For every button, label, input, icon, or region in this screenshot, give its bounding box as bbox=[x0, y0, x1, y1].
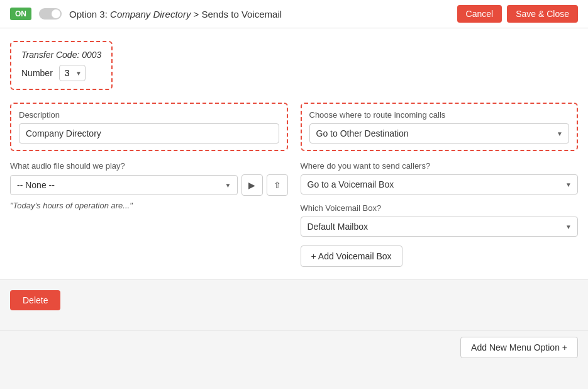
voicemail-label: Which Voicemail Box? bbox=[301, 203, 579, 213]
header-actions: Cancel Save & Close bbox=[457, 5, 578, 23]
toggle-on-label[interactable]: ON bbox=[10, 8, 31, 20]
header-title-italic: Company Directory bbox=[110, 9, 191, 20]
header-title: Option 3: Company Directory > Sends to V… bbox=[69, 9, 450, 20]
transfer-code: Transfer Code: 0003 bbox=[21, 50, 101, 60]
transfer-code-label: Transfer Code: bbox=[21, 50, 79, 60]
route-select-wrapper: Go to Other Destination Forward to Exter… bbox=[309, 123, 570, 144]
transfer-code-value: 0003 bbox=[82, 50, 101, 60]
route-label: Choose where to route incoming calls bbox=[309, 110, 570, 120]
main-content: Transfer Code: 0003 Number 3 1 2 4 5 Des… bbox=[0, 28, 588, 280]
upload-button[interactable]: ⇧ bbox=[267, 174, 288, 196]
voicemail-select-wrapper: Default Mailbox Mailbox 1 Mailbox 2 bbox=[301, 217, 579, 237]
route-select[interactable]: Go to Other Destination Forward to Exter… bbox=[309, 123, 570, 144]
send-callers-section: Where do you want to send callers? Go to… bbox=[301, 161, 579, 194]
number-label: Number bbox=[21, 68, 53, 78]
left-column: Description What audio file should we pl… bbox=[10, 103, 288, 267]
audio-select-wrapper: -- None -- bbox=[10, 175, 238, 195]
save-close-button[interactable]: Save & Close bbox=[507, 5, 578, 23]
number-select[interactable]: 3 1 2 4 5 bbox=[59, 65, 86, 81]
toggle-slider[interactable] bbox=[39, 8, 62, 20]
audio-section: What audio file should we play? -- None … bbox=[10, 161, 288, 210]
audio-hint: "Today's hours of operation are..." bbox=[10, 201, 288, 210]
transfer-section: Transfer Code: 0003 Number 3 1 2 4 5 bbox=[10, 41, 113, 90]
audio-row: -- None -- ▶ ⇧ bbox=[10, 174, 288, 196]
two-col-layout: Description What audio file should we pl… bbox=[10, 103, 578, 267]
number-row: Number 3 1 2 4 5 bbox=[21, 65, 101, 81]
voicemail-section: Which Voicemail Box? Default Mailbox Mai… bbox=[301, 203, 579, 237]
description-input[interactable] bbox=[19, 123, 279, 144]
number-select-wrapper: 3 1 2 4 5 bbox=[59, 65, 86, 81]
audio-label: What audio file should we play? bbox=[10, 161, 288, 171]
right-column: Choose where to route incoming calls Go … bbox=[301, 103, 579, 267]
header: ON Option 3: Company Directory > Sends t… bbox=[0, 0, 588, 28]
bottom-bar: Add New Menu Option + bbox=[0, 330, 588, 364]
route-section: Choose where to route incoming calls Go … bbox=[301, 103, 579, 151]
play-icon: ▶ bbox=[248, 180, 255, 190]
add-voicemail-button[interactable]: + Add Voicemail Box bbox=[301, 245, 402, 267]
description-section: Description bbox=[10, 103, 288, 151]
send-callers-select[interactable]: Go to a Voicemail Box Forward to Externa… bbox=[301, 174, 579, 194]
send-callers-label: Where do you want to send callers? bbox=[301, 161, 579, 171]
header-title-prefix: Option 3: bbox=[69, 9, 108, 20]
header-title-suffix: > Sends to Voicemail bbox=[194, 9, 282, 20]
audio-select[interactable]: -- None -- bbox=[10, 175, 238, 195]
cancel-button[interactable]: Cancel bbox=[457, 5, 502, 23]
footer-main: Delete bbox=[0, 280, 588, 330]
play-button[interactable]: ▶ bbox=[241, 174, 263, 196]
delete-button[interactable]: Delete bbox=[10, 290, 60, 310]
upload-icon: ⇧ bbox=[274, 180, 281, 190]
description-label: Description bbox=[19, 110, 279, 120]
add-new-menu-option-button[interactable]: Add New Menu Option + bbox=[460, 337, 578, 358]
voicemail-select[interactable]: Default Mailbox Mailbox 1 Mailbox 2 bbox=[301, 217, 579, 237]
send-callers-select-wrapper: Go to a Voicemail Box Forward to Externa… bbox=[301, 174, 579, 194]
